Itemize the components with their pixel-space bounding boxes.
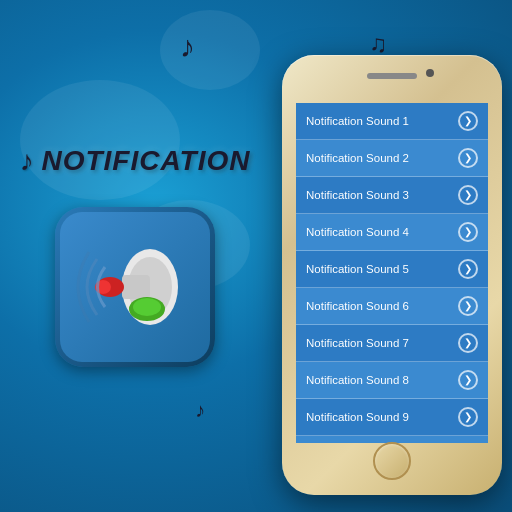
chevron-arrow-icon-8: ❯	[464, 375, 472, 385]
sound-list-item-2[interactable]: Notification Sound 2❯	[296, 140, 488, 177]
speaker-icon-box	[55, 207, 215, 367]
svg-rect-2	[122, 275, 150, 299]
chevron-arrow-icon-1: ❯	[464, 116, 472, 126]
chevron-circle-icon-4: ❯	[458, 222, 478, 242]
chevron-arrow-icon-2: ❯	[464, 153, 472, 163]
phone-frame: Notification Sound 1❯Notification Sound …	[282, 55, 502, 495]
chevron-circle-icon-6: ❯	[458, 296, 478, 316]
sound-list-item-4[interactable]: Notification Sound 4❯	[296, 214, 488, 251]
sound-list-item-3[interactable]: Notification Sound 3❯	[296, 177, 488, 214]
phone-speaker-grille	[367, 73, 417, 79]
sound-item-label-9: Notification Sound 9	[306, 411, 409, 423]
chevron-circle-icon-3: ❯	[458, 185, 478, 205]
chevron-circle-icon-2: ❯	[458, 148, 478, 168]
chevron-arrow-icon-5: ❯	[464, 264, 472, 274]
chevron-arrow-icon-6: ❯	[464, 301, 472, 311]
chevron-circle-icon-9: ❯	[458, 407, 478, 427]
chevron-arrow-icon-3: ❯	[464, 190, 472, 200]
chevron-arrow-icon-9: ❯	[464, 412, 472, 422]
sound-item-label-1: Notification Sound 1	[306, 115, 409, 127]
svg-point-6	[133, 298, 161, 316]
phone-home-button[interactable]	[373, 442, 411, 480]
sound-item-label-5: Notification Sound 5	[306, 263, 409, 275]
sound-list-item-7[interactable]: Notification Sound 7❯	[296, 325, 488, 362]
chevron-arrow-icon-7: ❯	[464, 338, 472, 348]
sound-list-item-1[interactable]: Notification Sound 1❯	[296, 103, 488, 140]
app-title: NOTIFICATION	[41, 145, 250, 177]
phone-camera	[426, 69, 434, 77]
sound-item-label-7: Notification Sound 7	[306, 337, 409, 349]
sound-item-label-3: Notification Sound 3	[306, 189, 409, 201]
sound-item-label-8: Notification Sound 8	[306, 374, 409, 386]
sound-item-label-6: Notification Sound 6	[306, 300, 409, 312]
title-music-icon: ♪	[19, 145, 33, 177]
chevron-arrow-icon-4: ❯	[464, 227, 472, 237]
sound-list-item-6[interactable]: Notification Sound 6❯	[296, 288, 488, 325]
phone-container: Notification Sound 1❯Notification Sound …	[282, 55, 502, 495]
sound-list-item-8[interactable]: Notification Sound 8❯	[296, 362, 488, 399]
chevron-circle-icon-7: ❯	[458, 333, 478, 353]
chevron-circle-icon-5: ❯	[458, 259, 478, 279]
chevron-circle-icon-1: ❯	[458, 111, 478, 131]
app-title-container: ♪ NOTIFICATION	[19, 145, 250, 177]
chevron-circle-icon-8: ❯	[458, 370, 478, 390]
phone-screen: Notification Sound 1❯Notification Sound …	[296, 103, 488, 443]
speaker-svg	[75, 237, 195, 337]
sound-list: Notification Sound 1❯Notification Sound …	[296, 103, 488, 443]
sound-item-label-2: Notification Sound 2	[306, 152, 409, 164]
sound-item-label-4: Notification Sound 4	[306, 226, 409, 238]
left-panel: ♪ NOTIFICATION	[0, 0, 270, 512]
sound-list-item-9[interactable]: Notification Sound 9❯	[296, 399, 488, 436]
music-note-icon-phone: ♫	[369, 30, 387, 58]
sound-list-item-5[interactable]: Notification Sound 5❯	[296, 251, 488, 288]
